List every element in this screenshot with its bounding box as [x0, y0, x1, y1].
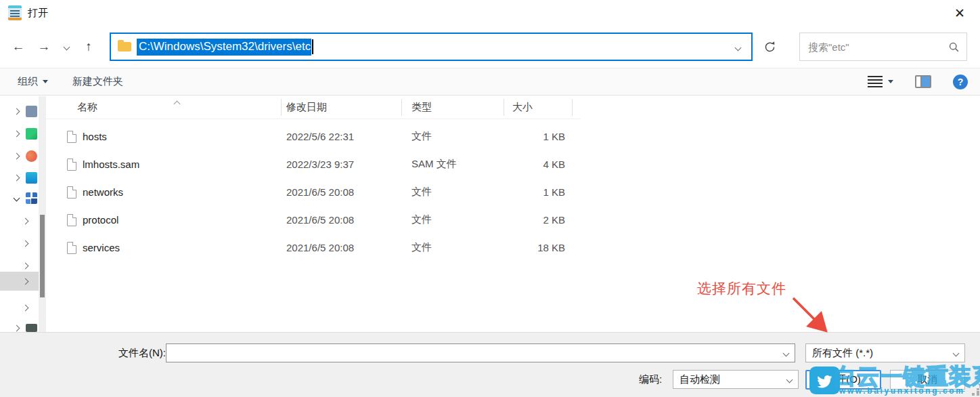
preview-pane-button[interactable] [915, 75, 931, 88]
window-title: 打开 [28, 7, 48, 20]
tree-item[interactable] [0, 102, 39, 121]
address-bar[interactable]: C:\Windows\System32\drivers\etc [110, 33, 753, 61]
column-header-type[interactable]: 类型 [401, 96, 504, 119]
filename-dropdown-icon[interactable] [777, 351, 795, 356]
encoding-dropdown-icon[interactable] [780, 377, 798, 382]
file-icon [67, 242, 76, 254]
new-folder-label: 新建文件夹 [72, 75, 123, 88]
search-box[interactable] [799, 33, 967, 61]
title-bar: 打开 ✕ [0, 0, 980, 26]
drive-icon [26, 324, 37, 332]
column-divider[interactable] [281, 99, 282, 116]
column-divider[interactable] [401, 99, 402, 116]
address-dropdown-icon[interactable] [729, 37, 747, 57]
column-divider[interactable] [572, 99, 573, 116]
column-divider[interactable] [504, 99, 504, 116]
view-controls: ? [864, 72, 968, 91]
column-headers: 名称 修改日期 类型 大小 [46, 96, 581, 119]
column-header-size[interactable]: 大小 [504, 96, 572, 119]
list-view-icon [868, 76, 883, 88]
filetype-combobox[interactable]: 所有文件 (*.*) [805, 343, 965, 362]
file-list: 名称 修改日期 类型 大小 hosts 2022/5/6 22:31 文件 1 … [46, 96, 980, 332]
help-icon: ? [958, 77, 964, 87]
footer-panel: 文件名(N): 所有文件 (*.*) 编码: 自动检测 打开(O) 取消 [0, 332, 980, 397]
tree-item[interactable] [0, 318, 39, 332]
encoding-value: 自动检测 [673, 373, 780, 386]
organize-button[interactable]: 组织 [11, 71, 55, 92]
filetype-dropdown-icon[interactable] [947, 351, 964, 356]
navigation-pane [0, 96, 39, 332]
up-icon[interactable]: ↑ [76, 34, 102, 60]
file-row-lmhosts[interactable]: lmhosts.sam 2022/3/23 9:37 SAM 文件 4 KB [46, 150, 980, 178]
tree-item[interactable] [0, 298, 39, 317]
file-row-protocol[interactable]: protocol 2021/6/5 20:08 文件 2 KB [46, 206, 980, 234]
open-file-dialog: 打开 ✕ ← → ↑ C:\Windows\System32\drivers\e… [0, 0, 980, 397]
this-pc-icon [26, 192, 37, 204]
filetype-value: 所有文件 (*.*) [806, 347, 947, 360]
back-icon[interactable]: ← [5, 34, 31, 60]
tree-item[interactable] [0, 168, 39, 187]
scrollbar-thumb[interactable] [40, 215, 45, 297]
file-icon [67, 131, 76, 143]
search-icon [948, 41, 960, 53]
sort-ascending-icon [175, 97, 179, 108]
pictures-icon [26, 172, 37, 184]
change-view-button[interactable] [864, 72, 897, 91]
text-caret [312, 39, 313, 54]
notepad-icon [8, 5, 22, 20]
tree-item[interactable] [0, 146, 39, 165]
downloads-icon [26, 128, 37, 140]
organize-label: 组织 [18, 75, 38, 88]
tree-item[interactable] [0, 234, 39, 253]
music-icon [26, 150, 37, 162]
file-row-services[interactable]: services 2021/6/5 20:08 文件 18 KB [46, 234, 980, 262]
command-bar: 组织 新建文件夹 ? [0, 68, 980, 96]
tree-item-selected[interactable] [0, 272, 39, 291]
annotation-text: 选择所有文件 [697, 279, 786, 298]
tree-item[interactable] [0, 211, 39, 230]
filename-input[interactable] [166, 344, 777, 362]
encoding-label: 编码: [639, 373, 662, 386]
address-row: ← → ↑ C:\Windows\System32\drivers\etc [0, 26, 980, 68]
help-button[interactable]: ? [953, 75, 968, 89]
file-icon [67, 186, 76, 198]
close-icon[interactable]: ✕ [946, 1, 973, 24]
folder-icon [118, 42, 131, 51]
tree-scrollbar[interactable] [39, 96, 46, 332]
forward-icon[interactable]: → [31, 34, 57, 60]
file-icon [67, 159, 76, 171]
preview-pane-icon [915, 75, 931, 88]
cancel-button[interactable]: 取消 [890, 370, 965, 390]
search-input[interactable] [808, 41, 948, 53]
new-folder-button[interactable]: 新建文件夹 [66, 71, 130, 92]
tree-item-this-pc[interactable] [0, 188, 39, 207]
documents-icon [26, 106, 37, 117]
recent-locations-icon[interactable] [57, 34, 76, 60]
filename-combobox[interactable] [166, 343, 795, 362]
file-rows: hosts 2022/5/6 22:31 文件 1 KB lmhosts.sam… [46, 119, 980, 262]
filename-label: 文件名(N): [118, 347, 166, 360]
dropdown-triangle-icon [43, 80, 48, 83]
address-path-selected[interactable]: C:\Windows\System32\drivers\etc [137, 39, 311, 56]
file-row-networks[interactable]: networks 2021/6/5 20:08 文件 1 KB [46, 178, 980, 206]
encoding-combobox[interactable]: 自动检测 [673, 370, 799, 389]
view-dropdown-icon[interactable] [888, 80, 893, 83]
refresh-icon[interactable] [755, 33, 784, 61]
open-button[interactable]: 打开(O) [805, 370, 881, 390]
file-row-hosts[interactable]: hosts 2022/5/6 22:31 文件 1 KB [46, 123, 980, 150]
file-icon [67, 214, 76, 226]
column-header-date[interactable]: 修改日期 [281, 96, 401, 119]
main-area: 名称 修改日期 类型 大小 hosts 2022/5/6 22:31 文件 1 … [0, 96, 980, 332]
column-header-name[interactable]: 名称 [46, 96, 281, 119]
tree-item[interactable] [0, 124, 39, 143]
